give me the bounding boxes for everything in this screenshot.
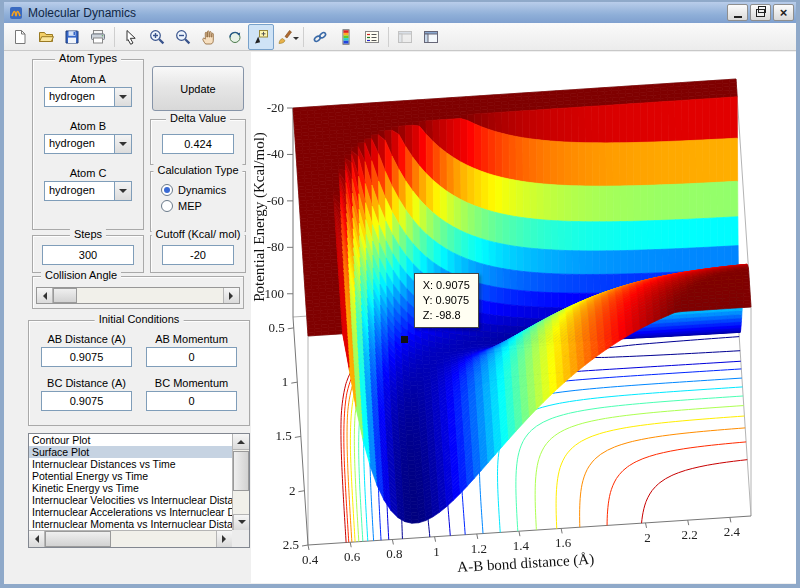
- atom-a-label: Atom A: [33, 73, 143, 85]
- scroll-down-button[interactable]: [233, 514, 249, 530]
- radio-icon: [161, 184, 173, 196]
- rotate-3d-icon: [226, 28, 244, 46]
- hide-plot-tools-button[interactable]: [392, 24, 418, 50]
- restore-button[interactable]: [750, 4, 771, 21]
- edit-plot-button[interactable]: [118, 24, 144, 50]
- minimize-icon: [734, 16, 742, 18]
- scrollbar-thumb[interactable]: [45, 531, 111, 547]
- initial-conditions-panel: Initial Conditions AB Distance (A) 0.907…: [28, 320, 250, 426]
- scrollbar-thumb[interactable]: [233, 451, 249, 491]
- insert-legend-button[interactable]: [359, 24, 385, 50]
- brush-icon: [276, 28, 292, 46]
- ab-momentum-label: AB Momentum: [146, 333, 237, 345]
- ab-distance-group: AB Distance (A) 0.9075: [41, 333, 132, 367]
- colorbar-icon: [337, 28, 355, 46]
- datatip-marker[interactable]: [401, 336, 408, 343]
- atom-c-label: Atom C: [33, 167, 143, 179]
- scroll-up-button[interactable]: [233, 434, 249, 450]
- toolbar: [4, 23, 796, 51]
- atom-c-group: Atom C hydrogen: [33, 167, 143, 201]
- bc-distance-input[interactable]: 0.9075: [41, 391, 132, 411]
- datatip-icon: [252, 28, 270, 46]
- show-plot-tools-icon: [422, 28, 440, 46]
- minimize-button[interactable]: [727, 4, 748, 21]
- chevron-down-icon[interactable]: [114, 88, 131, 106]
- collision-angle-scrollbar[interactable]: [36, 287, 240, 304]
- datatip-z: Z: -98.8: [423, 308, 470, 323]
- insert-colorbar-button[interactable]: [333, 24, 359, 50]
- scrollbar-track[interactable]: [53, 288, 223, 303]
- scroll-right-button[interactable]: [216, 531, 232, 547]
- link-plots-button[interactable]: [307, 24, 333, 50]
- chevron-down-icon[interactable]: [114, 182, 131, 200]
- radio-dynamics[interactable]: Dynamics: [161, 184, 245, 196]
- save-figure-button[interactable]: [59, 24, 85, 50]
- ab-momentum-group: AB Momentum 0: [146, 333, 237, 367]
- down-arrow-icon: [238, 520, 246, 528]
- atom-a-dropdown[interactable]: hydrogen: [44, 87, 132, 107]
- list-item[interactable]: Internuclear Distances vs Time: [29, 458, 232, 470]
- panel-title: Collision Angle: [41, 269, 121, 281]
- list-item[interactable]: Surface Plot: [29, 446, 232, 458]
- scroll-right-button[interactable]: [223, 288, 239, 303]
- list-item[interactable]: Contour Plot: [29, 434, 232, 446]
- panel-title: Initial Conditions: [95, 313, 184, 325]
- bc-momentum-label: BC Momentum: [146, 377, 237, 389]
- show-plot-tools-button[interactable]: [418, 24, 444, 50]
- rotate-3d-button[interactable]: [222, 24, 248, 50]
- plot-area: X: 0.9075 Y: 0.9075 Z: -98.8: [251, 52, 796, 583]
- left-arrow-icon: [31, 535, 39, 543]
- update-button[interactable]: Update: [152, 66, 244, 111]
- initial-conditions-grid: AB Distance (A) 0.9075 AB Momentum 0 BC …: [29, 321, 249, 411]
- right-arrow-icon: [229, 292, 237, 300]
- app-icon: [8, 5, 24, 21]
- titlebar[interactable]: Molecular Dynamics ×: [4, 2, 796, 24]
- scroll-left-button[interactable]: [37, 288, 53, 303]
- zoom-in-button[interactable]: [144, 24, 170, 50]
- open-folder-icon: [37, 28, 55, 46]
- ab-distance-input[interactable]: 0.9075: [41, 347, 132, 367]
- atom-b-dropdown[interactable]: hydrogen: [44, 134, 132, 154]
- cutoff-input[interactable]: -20: [162, 245, 234, 265]
- datatip-tooltip[interactable]: X: 0.9075 Y: 0.9075 Z: -98.8: [414, 273, 479, 328]
- ab-momentum-input[interactable]: 0: [146, 347, 237, 367]
- scroll-left-button[interactable]: [29, 531, 45, 547]
- panel-title: Calculation Type: [153, 164, 242, 176]
- chevron-down-icon[interactable]: [114, 135, 131, 153]
- zoom-out-button[interactable]: [170, 24, 196, 50]
- new-figure-button[interactable]: [7, 24, 33, 50]
- delta-value-input[interactable]: 0.424: [162, 134, 234, 154]
- datatip-x: X: 0.9075: [423, 278, 470, 293]
- atom-c-dropdown[interactable]: hydrogen: [44, 181, 132, 201]
- close-button[interactable]: ×: [773, 4, 794, 21]
- list-item[interactable]: Internuclear Velocities vs Internuclear …: [29, 494, 232, 506]
- data-cursor-button[interactable]: [248, 24, 274, 50]
- steps-input[interactable]: 300: [42, 245, 134, 265]
- list-item[interactable]: Potential Energy vs Time: [29, 470, 232, 482]
- plot-type-listbox[interactable]: Contour PlotSurface PlotInternuclear Dis…: [28, 433, 250, 548]
- restore-icon: [756, 9, 765, 17]
- list-item[interactable]: Kinetic Energy vs Time: [29, 482, 232, 494]
- zoom-in-icon: [148, 28, 166, 46]
- brush-button[interactable]: [274, 24, 300, 50]
- scrollbar-track[interactable]: [45, 531, 216, 547]
- print-figure-button[interactable]: [85, 24, 111, 50]
- cursor-arrow-icon: [122, 28, 140, 46]
- cutoff-panel: Cutoff (Kcal/ mol) -20: [150, 235, 246, 273]
- link-icon: [311, 28, 329, 46]
- surface-plot-canvas[interactable]: [251, 52, 796, 583]
- listbox-vscrollbar[interactable]: [232, 434, 249, 530]
- bc-momentum-input[interactable]: 0: [146, 391, 237, 411]
- bc-momentum-group: BC Momentum 0: [146, 377, 237, 411]
- open-file-button[interactable]: [33, 24, 59, 50]
- up-arrow-icon: [237, 436, 245, 444]
- pan-button[interactable]: [196, 24, 222, 50]
- list-item[interactable]: Internuclear Accelerations vs Internucle…: [29, 506, 232, 518]
- radio-mep[interactable]: MEP: [161, 200, 245, 212]
- listbox-hscrollbar[interactable]: [29, 530, 232, 547]
- panel-title: Cutoff (Kcal/ mol): [152, 228, 245, 240]
- datatip-y: Y: 0.9075: [423, 293, 470, 308]
- zoom-out-icon: [174, 28, 192, 46]
- list-item[interactable]: Internuclear Momenta vs Internuclear Dis…: [29, 518, 232, 530]
- scrollbar-thumb[interactable]: [53, 288, 77, 303]
